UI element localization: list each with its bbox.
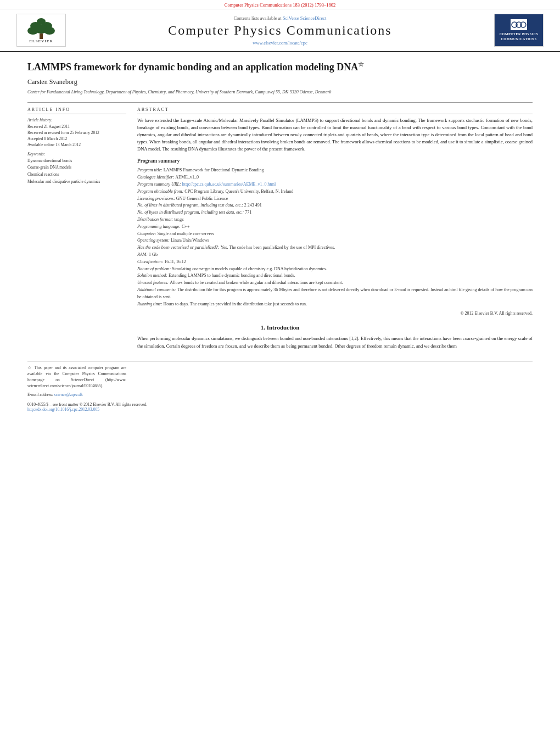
journal-logo-text: COMPUTER PHYSICSCOMMUNICATIONS <box>500 32 539 41</box>
ps-row-ram: RAM: 1 Gb <box>137 252 533 259</box>
article-content: LAMMPS framework for dynamic bonding and… <box>0 52 560 423</box>
keyword-1: Dynamic directional bonds <box>27 158 126 165</box>
contents-available-line: Contents lists available at SciVerse Sci… <box>66 15 494 21</box>
svg-rect-7 <box>40 34 43 39</box>
ps-row-solution: Solution method: Extending LAMMPS to han… <box>137 272 533 280</box>
abstract-text: We have extended the Large-scale Atomic/… <box>137 117 533 153</box>
elsevier-logo: ELSEVIER <box>16 14 66 47</box>
footnote-section: ☆ This paper and its associated computer… <box>27 361 533 398</box>
footnote-right <box>143 365 533 398</box>
email-footnote: E-mail address: science@zqez.dk <box>27 392 126 398</box>
journal-header: ELSEVIER Contents lists available at Sci… <box>0 9 560 52</box>
journal-url: www.elsevier.com/locate/cpc <box>66 40 494 46</box>
affiliation: Center for Fundamental Living Technology… <box>27 89 533 95</box>
history-label: Article history: <box>27 118 126 122</box>
keywords-list: Dynamic directional bonds Coarse-grain D… <box>27 158 126 186</box>
elsevier-wordmark: ELSEVIER <box>29 39 53 43</box>
ps-row-catalogue: Catalogue identifier: AEME_v1_0 <box>137 174 533 181</box>
journal-logo-icon <box>511 19 527 30</box>
keyword-2: Coarse-grain DNA models <box>27 164 126 171</box>
history-revised: Received in revised form 25 February 201… <box>27 130 126 136</box>
ps-row-classification: Classification: 16.11, 16.12 <box>137 259 533 266</box>
doi-link[interactable]: http://dx.doi.org/10.1016/j.cpc.2012.03.… <box>27 407 99 412</box>
ps-row-bytes: No. of bytes in distributed program, inc… <box>137 209 533 216</box>
left-column: ARTICLE INFO Article history: Received 2… <box>27 107 126 316</box>
ps-row-vectorized: Has the code been vectorized or parallel… <box>137 244 533 252</box>
email-link[interactable]: science@zqez.dk <box>54 392 83 397</box>
right-column: ABSTRACT We have extended the Large-scal… <box>137 107 533 316</box>
footnote-left: ☆ This paper and its associated computer… <box>27 365 126 398</box>
abstract-heading: ABSTRACT <box>137 107 533 114</box>
star-footnote: ☆ <box>358 60 364 68</box>
intro-left-spacer <box>27 335 126 349</box>
header-divider <box>27 102 533 103</box>
keywords-label: Keywords: <box>27 152 126 157</box>
two-col-layout: ARTICLE INFO Article history: Received 2… <box>27 107 533 316</box>
ps-row-url: Program summary URL: http://cpc.cs.qub.a… <box>137 181 533 188</box>
history-received: Received 21 August 2011 <box>27 124 126 130</box>
history-accepted: Accepted 8 March 2012 <box>27 136 126 142</box>
intro-right-col: When performing molecular dynamics simul… <box>137 335 533 349</box>
intro-heading: 1. Introduction <box>27 324 533 331</box>
ps-row-lines: No. of lines in distributed program, inc… <box>137 202 533 209</box>
cpc-logo-icon <box>511 20 527 30</box>
ps-row-format: Distribution format: tar.gz <box>137 216 533 224</box>
issn-line: 0010-4655/$ – see front matter © 2012 El… <box>27 402 533 407</box>
intro-two-col: When performing molecular dynamics simul… <box>27 335 533 349</box>
ps-row-nature: Nature of problem: Simulating coarse-gra… <box>137 266 533 273</box>
intro-text: When performing molecular dynamics simul… <box>137 335 533 349</box>
author-name: Carsten Svaneborg <box>27 78 533 86</box>
history-online: Available online 13 March 2012 <box>27 142 126 148</box>
bottom-bar: 0010-4655/$ – see front matter © 2012 El… <box>27 402 533 412</box>
sciverse-link[interactable]: SciVerse ScienceDirect <box>283 15 327 21</box>
svg-point-6 <box>44 27 55 35</box>
ps-row-os: Operating system: Linux/Unix/Windows <box>137 237 533 244</box>
keyword-4: Molecular and dissipative particle dynam… <box>27 178 126 186</box>
journal-ref-text: Computer Physics Communications 183 (201… <box>225 2 335 8</box>
ps-row-title: Program title: LAMMPS Framework for Dire… <box>137 167 533 174</box>
journal-reference-bar: Computer Physics Communications 183 (201… <box>0 0 560 9</box>
star-footnote-text: ☆ This paper and its associated computer… <box>27 365 126 389</box>
ps-row-obtainable: Program obtainable from: CPC Program Lib… <box>137 188 533 196</box>
keyword-3: Chemical reactions <box>27 171 126 178</box>
ps-row-additional: Additional comments: The distribution fi… <box>137 287 533 301</box>
ps-row-running: Running time: Hours to days. The example… <box>137 301 533 308</box>
journal-logo-right: COMPUTER PHYSICSCOMMUNICATIONS <box>494 14 544 47</box>
doi-line: http://dx.doi.org/10.1016/j.cpc.2012.03.… <box>27 407 533 412</box>
ps-row-computer: Computer: Single and multiple core serve… <box>137 231 533 238</box>
program-summary-heading: Program summary <box>137 158 533 164</box>
article-info-heading: ARTICLE INFO <box>27 107 126 114</box>
journal-header-center: Contents lists available at SciVerse Sci… <box>66 15 494 46</box>
program-summary-rows: Program title: LAMMPS Framework for Dire… <box>137 167 533 308</box>
journal-title: Computer Physics Communications <box>66 23 494 38</box>
introduction-section: 1. Introduction When performing molecula… <box>27 324 533 349</box>
program-url-link[interactable]: http://cpc.cs.qub.ac.uk/summaries/AEME_v… <box>182 182 276 187</box>
ps-row-unusual: Unusual features: Allows bonds to be cre… <box>137 280 533 287</box>
ps-row-licensing: Licensing provisions: GNU General Public… <box>137 196 533 203</box>
elsevier-tree-icon <box>25 17 58 39</box>
article-title: LAMMPS framework for dynamic bonding and… <box>27 60 533 74</box>
ps-row-language: Programming language: C++ <box>137 224 533 231</box>
copyright-text: © 2012 Elsevier B.V. All rights reserved… <box>137 311 533 316</box>
